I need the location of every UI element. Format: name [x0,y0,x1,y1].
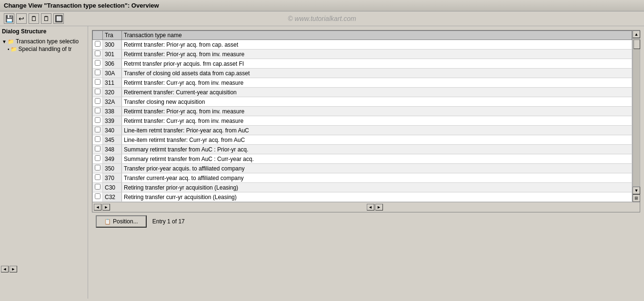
scroll-track[interactable] [633,38,640,187]
main-table: Tra Transaction type name 300Retirmt tra… [92,30,632,202]
toolbar-overview1-btn[interactable]: 🗒 [29,13,39,24]
table-row[interactable]: 30ATransfer of closing old assets data f… [93,69,632,78]
scroll-down-btn[interactable]: ▼ [633,187,640,194]
table-row[interactable]: 349Summary retirmt transfer from AuC : C… [93,154,632,164]
row-checkbox[interactable] [95,117,101,123]
scroll-up-btn[interactable]: ▲ [633,30,640,38]
table-row[interactable]: 320Retirement transfer: Current-year acq… [93,88,632,97]
status-bar: 📋 Position... Entry 1 of 17 [92,212,640,231]
row-checkbox[interactable] [95,165,101,171]
table-row[interactable]: 350Transfer prior-year acquis. to affili… [93,164,632,173]
table-row[interactable]: 339Retirmt transfer: Curr-yr acq. from i… [93,116,632,126]
table-row[interactable]: 348Summary retirmt transfer from AuC : P… [93,145,632,154]
row-checkbox[interactable] [95,146,101,151]
table-scroll[interactable]: Tra Transaction type name 300Retirmt tra… [92,30,632,202]
title-text: Change View "Transaction type selection"… [4,2,159,9]
row-checkbox[interactable] [95,108,101,113]
bottom-scroll-left2[interactable]: ◄ [367,204,374,211]
toolbar-save-btn[interactable]: 💾 [4,13,14,24]
row-code: 320 [103,88,122,97]
row-checkbox-cell [93,164,103,173]
row-checkbox-cell [93,78,103,88]
row-code: 348 [103,145,122,154]
table-row[interactable]: 301Retirmt transfer: Prior-yr acq. from … [93,50,632,59]
row-name: Retiring transfer prior-yr acquisition (… [122,183,632,192]
entry-info: Entry 1 of 17 [152,218,185,225]
row-checkbox[interactable] [95,174,101,180]
row-checkbox[interactable] [95,184,101,190]
bottom-scroll-right2[interactable]: ► [375,204,383,211]
row-checkbox[interactable] [95,193,101,199]
resize-icon[interactable]: ⊞ [633,194,640,202]
row-checkbox[interactable] [95,155,101,161]
position-button[interactable]: 📋 Position... [96,215,147,228]
table-body: 300Retirmt transfer: Prior-yr acq. from … [93,40,632,202]
row-name: Line-item retmt transfer: Prior-year acq… [122,126,632,135]
row-code: 338 [103,107,122,116]
row-checkbox-cell [93,116,103,126]
row-checkbox-cell [93,173,103,183]
row-checkbox[interactable] [95,98,101,104]
sidebar-scroll-left[interactable]: ◄ [1,266,9,272]
content-area: Tra Transaction type name 300Retirmt tra… [88,26,644,299]
row-checkbox[interactable] [95,70,101,75]
row-name: Retrmt transfer prior-yr acquis. frm cap… [122,59,632,69]
sidebar-item-special-handling[interactable]: • 📁 Special handling of tr [8,45,86,53]
table-row[interactable]: C32Retiring transfer curr-yr acquisition… [93,192,632,202]
table-container: Tra Transaction type name 300Retirmt tra… [92,30,640,212]
table-header-row: Tra Transaction type name [93,31,632,40]
bottom-scroll-left[interactable]: ◄ [94,204,101,211]
row-name: Summary retirmt transfer from AuC : Prio… [122,145,632,154]
table-row[interactable]: 306Retrmt transfer prior-yr acquis. frm … [93,59,632,69]
row-checkbox[interactable] [95,127,101,132]
row-code: 345 [103,135,122,145]
row-checkbox[interactable] [95,60,101,66]
row-code: C30 [103,183,122,192]
table-row[interactable]: 32ATransfer closing new acquisition [93,97,632,107]
row-checkbox-cell [93,192,103,202]
row-checkbox-cell [93,135,103,145]
row-checkbox-cell [93,50,103,59]
table-row[interactable]: 370Transfer current-year acq. to affilia… [93,173,632,183]
bottom-scroll-right[interactable]: ► [102,204,110,211]
row-name: Retirmt transfer: Prior-yr acq. from cap… [122,40,632,50]
expand-arrow: ▼ [2,39,7,44]
table-row[interactable]: 311Retirmt transfer: Curr-yr acq. from i… [93,78,632,88]
row-checkbox-cell [93,126,103,135]
row-name: Line-item retirmt transfer: Curr-yr acq.… [122,135,632,145]
position-icon: 📋 [104,219,111,225]
main-wrapper: Tra Transaction type name 300Retirmt tra… [92,30,640,295]
row-checkbox-cell [93,40,103,50]
row-code: 301 [103,50,122,59]
bottom-left-nav: ◄ ► [93,203,366,211]
folder-icon: 📁 [8,39,14,45]
subfolder-icon: 📁 [10,46,17,52]
row-checkbox[interactable] [95,41,101,47]
toolbar-back-btn[interactable]: ↩ [16,13,27,24]
row-checkbox[interactable] [95,50,101,56]
row-name: Retirement transfer: Current-year acquis… [122,88,632,97]
row-name: Summary retirmt transfer from AuC : Curr… [122,154,632,164]
sidebar-item-transaction-type[interactable]: ▼ 📁 Transaction type selectio [2,38,86,45]
row-code: 30A [103,69,122,78]
row-checkbox-cell [93,88,103,97]
table-row[interactable]: 300Retirmt transfer: Prior-yr acq. from … [93,40,632,50]
row-checkbox[interactable] [95,89,101,94]
table-row[interactable]: C30Retiring transfer prior-yr acquisitio… [93,183,632,192]
row-name: Retirmt transfer: Curr-yr acq. from inv.… [122,116,632,126]
header-select-col [93,31,103,40]
vertical-scrollbar: ▲ ▼ ⊞ [632,30,640,202]
row-checkbox[interactable] [95,79,101,85]
toolbar-info-btn[interactable]: 🔲 [53,13,64,24]
table-row[interactable]: 338Retirmt transfer: Prior-yr acq. from … [93,107,632,116]
sidebar-scroll-right[interactable]: ► [10,266,17,272]
toolbar-overview2-btn[interactable]: 🗒 [41,13,51,24]
scroll-thumb [634,40,640,49]
sidebar-bottom: ◄ ► [0,264,88,272]
row-name: Transfer of closing old assets data from… [122,69,632,78]
row-checkbox[interactable] [95,136,101,142]
table-row[interactable]: 345Line-item retirmt transfer: Curr-yr a… [93,135,632,145]
row-checkbox-cell [93,97,103,107]
row-name: Transfer closing new acquisition [122,97,632,107]
table-row[interactable]: 340Line-item retmt transfer: Prior-year … [93,126,632,135]
